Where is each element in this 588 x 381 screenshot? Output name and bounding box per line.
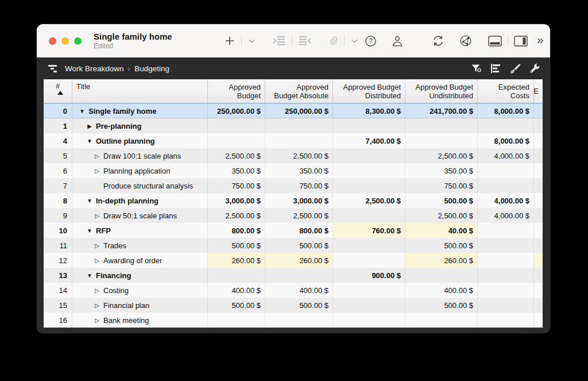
cell-approved-budget[interactable]: 500.00 $ [208,298,265,313]
cell-approved-budget-undistributed[interactable]: 500.00 $ [405,298,478,313]
title-cell[interactable]: Produce structural analysis [72,178,208,193]
cell-expected-costs[interactable]: 4,000.00 $ [478,193,534,208]
cell-extra-column[interactable] [534,238,543,253]
outdent-icon[interactable] [295,33,315,48]
title-cell[interactable]: ▷Costing [72,283,208,298]
cell-approved-budget-undistributed[interactable]: 350.00 $ [405,163,478,178]
cell-approved-budget-undistributed[interactable]: 241,700.00 $ [405,104,478,118]
cell-approved-budget-distributed[interactable] [333,118,405,133]
zoom-window-button[interactable] [74,37,82,45]
cell-expected-costs[interactable] [478,283,534,298]
cell-approved-budget-absolute[interactable]: 400.00 $ [265,283,333,298]
title-cell[interactable]: ▼RFP [72,223,208,238]
cell-approved-budget[interactable]: 2,500.00 $ [208,148,265,163]
cell-approved-budget-distributed[interactable] [333,313,405,328]
cell-extra-column[interactable] [534,163,543,178]
disclosure-triangle-icon[interactable]: ▷ [93,257,101,264]
disclosure-triangle-icon[interactable]: ▷ [93,317,101,324]
title-cell[interactable]: ▷Draw 100:1 scale plans [72,148,208,163]
column-header-approved-budget[interactable]: Approved Budget [208,79,265,103]
toggle-bottom-panel-icon[interactable] [485,33,505,49]
cell-approved-budget[interactable] [208,313,265,328]
table-row[interactable]: 13▼Financing900.00 $ [44,268,543,283]
cell-expected-costs[interactable] [478,163,534,178]
cell-extra-column[interactable] [534,104,543,118]
cell-approved-budget-absolute[interactable]: 2,500.00 $ [265,148,333,163]
cell-extra-column[interactable] [534,133,543,148]
cell-expected-costs[interactable] [478,298,534,313]
cell-approved-budget-undistributed[interactable]: 400.00 $ [405,283,478,298]
cell-approved-budget-absolute[interactable]: 500.00 $ [265,298,333,313]
table-row[interactable]: 5▷Draw 100:1 scale plans2,500.00 $2,500.… [44,148,543,163]
cell-approved-budget-distributed[interactable] [333,253,405,268]
table-row[interactable]: 0▼Single family home250,000.00 $250,000.… [44,103,543,118]
cell-approved-budget-undistributed[interactable]: 2,500.00 $ [405,208,478,223]
minimize-window-button[interactable] [61,37,69,45]
column-header-number[interactable]: # [44,79,72,103]
indent-icon[interactable] [269,33,289,48]
cell-approved-budget[interactable]: 3,000.00 $ [208,193,265,208]
cell-expected-costs[interactable] [478,268,534,283]
publish-network-icon[interactable] [456,32,475,49]
toggle-right-panel-icon[interactable] [510,33,531,49]
cell-approved-budget-distributed[interactable] [333,298,405,313]
cell-approved-budget-distributed[interactable]: 760.00 $ [333,223,405,238]
cell-approved-budget-distributed[interactable] [333,283,405,298]
cell-approved-budget-distributed[interactable] [333,163,405,178]
title-cell[interactable]: ▷Awarding of order [72,253,208,268]
add-menu-chevron-icon[interactable] [245,37,258,45]
disclosure-triangle-icon[interactable]: ▼ [86,228,94,234]
cell-approved-budget[interactable]: 260.00 $ [208,253,265,268]
cell-approved-budget-undistributed[interactable] [405,118,478,133]
breadcrumb-item-subview[interactable]: Budgeting [134,64,169,73]
cell-approved-budget-distributed[interactable] [333,238,405,253]
title-cell[interactable]: ▼Single family home [72,104,208,118]
cell-approved-budget[interactable]: 2,500.00 $ [208,208,265,223]
cell-extra-column[interactable] [534,253,543,268]
title-cell[interactable]: ▶Pre-planning [72,118,208,133]
cell-approved-budget[interactable]: 800.00 $ [208,223,265,238]
column-header-approved-budget-undistributed[interactable]: Approved Budget Undistributed [405,79,478,103]
cell-extra-column[interactable] [534,283,543,298]
settings-wrench-icon[interactable] [525,61,544,76]
column-header-approved-budget-absolute[interactable]: Approved Budget Absolute [265,79,333,103]
attach-menu-chevron-icon[interactable] [348,37,361,45]
title-cell[interactable]: ▼Outline planning [72,133,208,148]
cell-approved-budget-distributed[interactable]: 8,300.00 $ [333,104,405,118]
cell-approved-budget[interactable] [208,268,265,283]
title-cell[interactable]: ▷Trades [72,238,208,253]
disclosure-triangle-icon[interactable]: ▼ [86,272,94,279]
cell-approved-budget-absolute[interactable] [265,268,333,283]
title-cell[interactable]: ▷Planning application [72,163,208,178]
column-header-approved-budget-distributed[interactable]: Approved Budget Distributed [333,79,405,103]
table-row[interactable]: 12▷Awarding of order260.00 $260.00 $260.… [44,253,543,268]
cell-approved-budget-absolute[interactable]: 800.00 $ [265,223,333,238]
cell-approved-budget-undistributed[interactable]: 40.00 $ [405,223,478,238]
table-row[interactable]: 16▷Bank meeting [44,313,543,328]
column-header-expected-costs[interactable]: Expected Costs [478,79,534,103]
table-row[interactable]: 14▷Costing400.00 $400.00 $400.00 $ [44,283,543,298]
user-icon[interactable] [388,33,407,49]
cell-approved-budget[interactable]: 400.00 $ [208,283,265,298]
cell-approved-budget-absolute[interactable] [265,118,333,133]
cell-expected-costs[interactable]: 8,000.00 $ [478,133,534,148]
filter-icon[interactable] [466,61,486,76]
cell-approved-budget-absolute[interactable]: 750.00 $ [265,178,333,193]
title-cell[interactable]: ▷Bank meeting [72,313,208,328]
cell-approved-budget-distributed[interactable]: 900.00 $ [333,268,405,283]
cell-expected-costs[interactable]: 4,000.00 $ [478,208,534,223]
cell-expected-costs[interactable]: 8,000.00 $ [478,104,534,118]
cell-approved-budget-absolute[interactable]: 2,500.00 $ [265,208,333,223]
attach-icon[interactable] [324,33,342,49]
cell-expected-costs[interactable] [478,118,534,133]
cell-extra-column[interactable] [534,118,543,133]
close-window-button[interactable] [49,37,56,45]
cell-approved-budget-undistributed[interactable]: 2,500.00 $ [405,148,478,163]
cell-approved-budget-undistributed[interactable] [405,133,478,148]
cell-approved-budget-undistributed[interactable]: 500.00 $ [405,193,478,208]
table-row[interactable]: 1▶Pre-planning [44,118,543,133]
cell-approved-budget-absolute[interactable] [265,133,333,148]
cell-approved-budget-distributed[interactable] [333,178,405,193]
table-row[interactable]: 7Produce structural analysis750.00 $750.… [44,178,543,193]
cell-extra-column[interactable] [534,313,543,328]
